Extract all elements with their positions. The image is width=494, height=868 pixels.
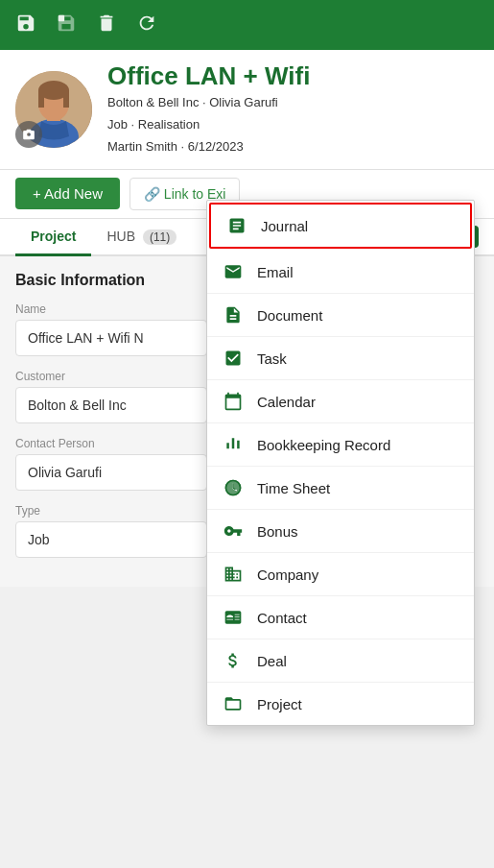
svg-rect-6 <box>38 90 44 108</box>
save-all-icon[interactable] <box>56 12 77 38</box>
task-icon <box>223 348 244 369</box>
menu-item-label: Journal <box>261 218 308 234</box>
menu-item-calendar[interactable]: Calendar <box>207 380 474 423</box>
journal-icon <box>226 215 247 236</box>
header-type: Job · Realisation <box>107 115 479 135</box>
contact-value[interactable]: Olivia Garufi <box>15 454 207 491</box>
menu-item-bonus[interactable]: Bonus <box>207 510 474 553</box>
menu-item-label: Deal <box>257 653 287 669</box>
tab-project[interactable]: Project <box>15 219 91 256</box>
save-icon[interactable] <box>15 12 36 38</box>
menu-item-document[interactable]: Document <box>207 294 474 337</box>
deal-icon <box>223 650 244 671</box>
header-info: Office LAN + Wifi Bolton & Bell Inc · Ol… <box>107 61 479 157</box>
camera-button[interactable] <box>15 121 42 148</box>
svg-rect-7 <box>63 90 69 108</box>
header: Office LAN + Wifi Bolton & Bell Inc · Ol… <box>0 50 494 170</box>
avatar-container <box>15 71 92 148</box>
add-new-dropdown: JournalEmailDocumentTaskCalendarBookkeep… <box>206 200 475 726</box>
menu-item-deal[interactable]: Deal <box>207 639 474 683</box>
menu-item-task[interactable]: Task <box>207 337 474 380</box>
menu-item-company[interactable]: Company <box>207 553 474 596</box>
add-new-button[interactable]: + Add New <box>15 178 120 209</box>
menu-item-label: Contact <box>257 610 307 626</box>
menu-item-time-sheet[interactable]: Time Sheet <box>207 467 474 510</box>
menu-item-project[interactable]: Project <box>207 683 474 725</box>
menu-item-contact[interactable]: Contact <box>207 596 474 639</box>
calendar-icon <box>223 391 244 412</box>
menu-item-label: Task <box>257 350 287 367</box>
project-icon <box>223 693 244 714</box>
menu-item-label: Company <box>257 567 318 583</box>
bonus-icon <box>223 520 244 542</box>
menu-item-bookkeeping-record[interactable]: Bookkeeping Record <box>207 423 474 467</box>
menu-item-label: Bonus <box>257 523 298 540</box>
email-icon <box>223 261 244 282</box>
refresh-icon[interactable] <box>136 12 157 38</box>
document-icon <box>223 304 244 326</box>
header-company: Bolton & Bell Inc · Olivia Garufi <box>107 93 479 113</box>
bookkeeping-icon <box>223 434 244 455</box>
menu-item-label: Time Sheet <box>257 480 330 496</box>
menu-item-email[interactable]: Email <box>207 251 474 294</box>
contact-icon <box>223 607 244 628</box>
tab-hub[interactable]: HUB (11) <box>91 219 192 256</box>
menu-item-label: Bookkeeping Record <box>257 437 390 453</box>
timesheet-icon <box>223 477 244 498</box>
menu-item-label: Calendar <box>257 394 316 410</box>
name-value[interactable]: Office LAN + Wifi N <box>15 320 207 356</box>
header-manager: Martin Smith · 6/12/2023 <box>107 137 479 157</box>
customer-value[interactable]: Bolton & Bell Inc <box>15 387 207 423</box>
project-title: Office LAN + Wifi <box>107 61 479 91</box>
menu-item-label: Project <box>257 696 302 712</box>
toolbar <box>0 0 494 50</box>
menu-item-label: Document <box>257 307 322 324</box>
hub-badge: (11) <box>143 229 176 245</box>
delete-icon[interactable] <box>96 12 117 38</box>
menu-item-label: Email <box>257 264 294 280</box>
menu-item-journal[interactable]: Journal <box>209 203 472 249</box>
type-value[interactable]: Job <box>15 521 207 558</box>
company-icon <box>223 564 244 585</box>
